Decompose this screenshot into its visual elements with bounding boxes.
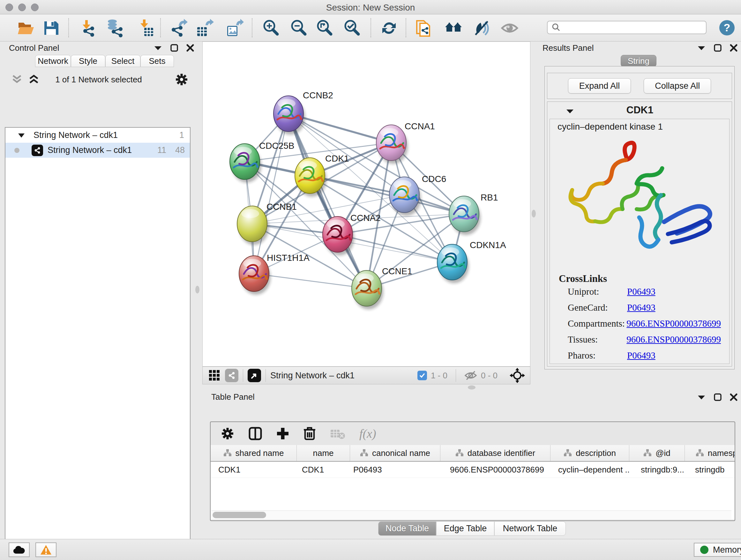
fit-content-crosshair-icon[interactable] (510, 368, 525, 383)
panel-collapse-icon[interactable] (697, 45, 705, 51)
crosslink-genecard[interactable]: P06493 (627, 302, 656, 313)
tab-sets[interactable]: Sets (140, 55, 174, 67)
statusbar-separator (243, 369, 243, 382)
function-builder-icon[interactable]: f(x) (359, 427, 376, 441)
tree-expand-icon[interactable] (17, 132, 25, 138)
column-header[interactable]: description (550, 445, 629, 461)
bottom-splitter-handle[interactable] (468, 385, 475, 389)
panel-collapse-icon[interactable] (697, 394, 705, 400)
column-header[interactable]: canonical name (350, 445, 441, 461)
table-settings-gear-icon[interactable] (221, 427, 234, 440)
column-header[interactable]: shared name (211, 445, 297, 461)
network-collection-label: String Network – cdk1 (33, 130, 118, 140)
edge-count: 48 (175, 145, 185, 155)
column-header[interactable]: @id (629, 445, 685, 461)
main-toolbar: ? (0, 14, 741, 42)
protein-structure-image (562, 138, 719, 266)
gene-name: CDK1 (547, 105, 732, 116)
grid-view-icon[interactable] (208, 369, 220, 381)
table-panel: f(x) shared name name canonical name dat… (210, 422, 735, 521)
export-image-icon[interactable] (225, 19, 244, 37)
expand-collapse-bar: Expand All Collapse All (547, 73, 732, 99)
network-status-bar: String Network – cdk1 1 - 0 0 - 0 (202, 367, 530, 384)
panel-float-icon[interactable] (714, 44, 722, 52)
network-canvas[interactable]: CCNB2CCNA1CDC25BCDK1CDC6RB1CCNB1CCNA2CDK… (202, 42, 530, 367)
crosslink-tissues[interactable]: 9606.ENSP00000378699 (626, 334, 721, 345)
panel-float-icon[interactable] (171, 44, 178, 52)
open-folder-icon[interactable] (17, 19, 35, 37)
table-toolbar: f(x) (211, 422, 735, 445)
zoom-in-icon[interactable] (262, 19, 280, 37)
panel-close-icon[interactable] (186, 44, 194, 52)
zoom-selected-icon[interactable] (343, 19, 361, 37)
network-tree-child-row[interactable]: String Network – cdk1 11 48 (5, 143, 190, 158)
show-columns-icon[interactable] (248, 427, 262, 441)
svg-text:CDC6: CDC6 (422, 174, 446, 184)
import-network-database-icon[interactable] (105, 19, 124, 37)
search-icon (551, 23, 561, 32)
zoom-out-icon[interactable] (289, 19, 308, 37)
title-bar: Session: New Session (0, 0, 741, 14)
delete-column-icon[interactable] (303, 427, 316, 441)
left-splitter-handle[interactable] (195, 286, 199, 294)
delete-table-icon[interactable] (330, 428, 345, 439)
column-header[interactable]: database identifier (441, 445, 550, 461)
scrollbar-thumb[interactable] (212, 512, 266, 518)
export-network-icon[interactable] (169, 19, 188, 37)
tab-edge-table[interactable]: Edge Table (436, 521, 494, 536)
tab-style[interactable]: Style (71, 55, 105, 67)
hidden-eye-slash-icon[interactable] (464, 370, 477, 381)
collapse-all-button[interactable]: Collapse All (644, 78, 711, 94)
refresh-icon[interactable] (380, 19, 398, 37)
toolbar-separator (370, 18, 371, 37)
panel-float-icon[interactable] (714, 393, 722, 401)
zoom-fit-icon[interactable] (315, 19, 334, 37)
import-network-icon[interactable] (78, 19, 97, 37)
network-selection-status: 1 of 1 Network selected (0, 75, 197, 84)
statusbar-separator (456, 369, 456, 382)
crosslink-uniprot[interactable]: P06493 (627, 287, 656, 297)
import-table-icon[interactable] (137, 19, 156, 37)
table-row[interactable]: CDK1 CDK1 P06493 9606.ENSP00000378699 cy… (211, 462, 735, 478)
birdseye-toggle-icon[interactable] (248, 369, 261, 382)
enrichment-eye-slash-icon[interactable] (472, 19, 491, 37)
table-horizontal-scrollbar[interactable] (211, 510, 731, 519)
cloud-button[interactable] (9, 543, 30, 557)
network-tree-root-row[interactable]: String Network – cdk1 1 (5, 128, 190, 143)
control-panel-buttons (154, 44, 194, 52)
tab-node-table[interactable]: Node Table (378, 521, 436, 536)
tab-select[interactable]: Select (105, 55, 140, 67)
column-header[interactable]: name (297, 445, 350, 461)
panel-close-icon[interactable] (730, 393, 738, 401)
tab-network-table[interactable]: Network Table (494, 521, 566, 536)
expand-all-button[interactable]: Expand All (568, 78, 631, 94)
right-splitter-handle[interactable] (532, 210, 536, 217)
network-view-icon[interactable] (225, 369, 239, 382)
add-column-icon[interactable] (276, 427, 289, 440)
gene-detail-card: cyclin–dependent kinase 1 CrossLinks Uni… (549, 119, 730, 364)
selected-checkbox-icon[interactable] (417, 371, 427, 380)
network-options-gear-icon[interactable] (175, 73, 188, 86)
control-panel: Control Panel Network Style Select Sets … (0, 42, 197, 533)
crosslink-compartments[interactable]: 9606.ENSP00000378699 (626, 318, 721, 329)
sort-hierarchy-icon (563, 449, 572, 457)
export-table-icon[interactable] (195, 19, 214, 37)
crosslink-row: Pharos:P06493 (568, 350, 721, 361)
gene-description: cyclin–dependent kinase 1 (557, 122, 663, 132)
panel-close-icon[interactable] (730, 44, 738, 52)
panel-collapse-icon[interactable] (154, 45, 162, 51)
crosslink-pharos[interactable]: P06493 (627, 350, 656, 361)
tab-string[interactable]: String (621, 55, 657, 67)
show-hide-eye-icon[interactable] (500, 19, 519, 37)
warnings-button[interactable] (36, 543, 57, 557)
share-document-icon[interactable] (415, 19, 433, 37)
search-field[interactable] (547, 21, 706, 34)
help-icon[interactable]: ? (719, 19, 735, 36)
memory-button[interactable]: Memory (694, 543, 741, 557)
network-status-name: String Network – cdk1 (270, 371, 354, 381)
tab-network[interactable]: Network (35, 55, 71, 67)
search-input[interactable] (561, 23, 699, 32)
column-header[interactable]: namespace (685, 445, 735, 461)
string-home-icon[interactable] (444, 19, 463, 37)
save-icon[interactable] (42, 19, 60, 37)
